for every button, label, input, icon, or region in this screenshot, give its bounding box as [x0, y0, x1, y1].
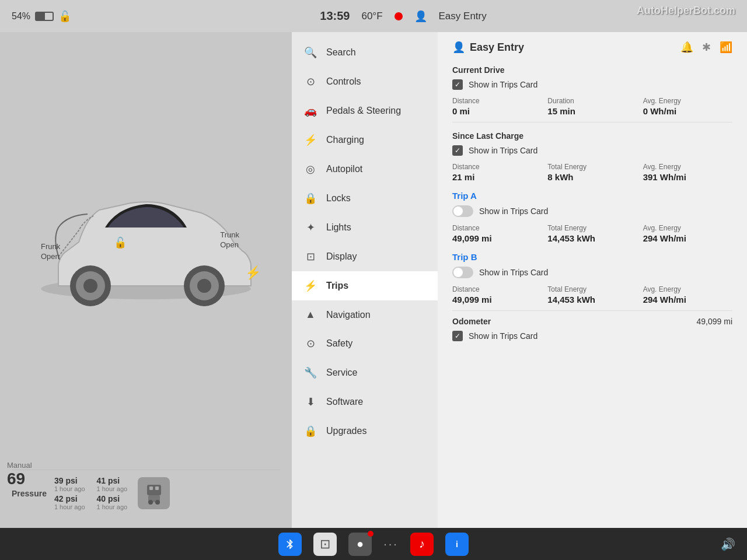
- svg-point-6: [197, 279, 211, 293]
- battery-icon: [35, 12, 54, 21]
- music-taskbar-button[interactable]: ♪: [410, 533, 434, 556]
- current-drive-title: Current Drive: [452, 65, 732, 75]
- trip-b-avg-energy: Avg. Energy 294 Wh/mi: [643, 285, 732, 304]
- since-last-charge-checkbox[interactable]: ✓: [452, 145, 463, 156]
- lights-icon: ✦: [303, 221, 317, 234]
- menu-item-upgrades[interactable]: 🔒 Upgrades: [292, 416, 438, 446]
- current-drive-stats: Distance 0 mi Duration 15 min Avg. Energ…: [452, 97, 732, 116]
- odometer-section: Odometer 49,099 mi ✓ Show in Trips Card: [452, 317, 732, 341]
- current-drive-avg-energy: Avg. Energy 0 Wh/mi: [643, 97, 732, 116]
- menu-item-locks[interactable]: 🔒 Locks: [292, 184, 438, 213]
- watermark: AutoHelperBot.com: [637, 5, 735, 17]
- speaker-icon[interactable]: 🔊: [721, 537, 735, 551]
- trip-b-total-energy: Total Energy 14,453 kWh: [547, 285, 637, 304]
- menu-item-charging[interactable]: ⚡ Charging: [292, 125, 438, 155]
- safety-icon: ⊙: [303, 337, 317, 350]
- divider-1: [452, 122, 732, 123]
- battery-percentage: 54%: [12, 11, 30, 22]
- trip-b-show-label: Show in Trips Card: [479, 268, 548, 277]
- autopilot-icon: ◎: [303, 163, 317, 176]
- tire-rr: 40 psi 1 hour ago: [97, 494, 128, 510]
- trip-b-toggle[interactable]: [452, 267, 473, 278]
- since-last-charge-show-row: ✓ Show in Trips Card: [452, 145, 732, 156]
- since-last-charge-show-label: Show in Trips Card: [469, 146, 537, 155]
- odometer-show-label: Show in Trips Card: [469, 331, 537, 341]
- svg-point-12: [155, 500, 160, 505]
- more-dots[interactable]: ···: [383, 537, 399, 551]
- svg-rect-7: [147, 485, 161, 495]
- trip-b-show-row: Show in Trips Card: [452, 267, 732, 278]
- finder-taskbar-button[interactable]: ⊡: [313, 533, 337, 556]
- charging-icon: ⚡: [303, 134, 317, 146]
- tire-fl: 39 psi 1 hour ago: [54, 476, 85, 492]
- bell-icon[interactable]: 🔔: [680, 41, 693, 54]
- person-icon: 👤: [414, 10, 427, 23]
- controls-icon: ⊙: [303, 75, 317, 88]
- frunk-label: Frunk Open: [41, 242, 60, 262]
- manual-label: Manual 69: [7, 461, 32, 488]
- slc-avg-energy: Avg. Energy 391 Wh/mi: [643, 163, 732, 182]
- person-icon-right: 👤: [452, 41, 465, 54]
- lock-status-icon: 🔓: [58, 10, 71, 23]
- trip-a-avg-energy: Avg. Energy 294 Wh/mi: [643, 224, 732, 243]
- trip-b-title: Trip B: [452, 252, 732, 262]
- trip-a-show-label: Show in Trips Card: [479, 206, 548, 216]
- info-taskbar-button[interactable]: i: [445, 533, 469, 556]
- navigation-icon: ▲: [303, 309, 317, 321]
- trip-a-toggle[interactable]: [452, 205, 473, 217]
- menu-item-trips[interactable]: ⚡ Trips: [292, 271, 438, 300]
- trip-a-section: Trip A Show in Trips Card Distance 49,09…: [452, 191, 732, 243]
- tire-rl: 42 psi 1 hour ago: [54, 494, 85, 510]
- trip-a-total-energy: Total Energy 14,453 kWh: [547, 224, 637, 243]
- odometer-checkbox[interactable]: ✓: [452, 331, 463, 341]
- current-drive-distance: Distance 0 mi: [452, 97, 542, 116]
- header-icons: 🔔 ✱ 📶: [680, 41, 732, 54]
- menu-item-pedals[interactable]: 🚗 Pedals & Steering: [292, 96, 438, 125]
- status-bar-center: 13:59 60°F 👤 Easy Entry: [71, 9, 735, 23]
- tire-fr: 41 psi 1 hour ago: [97, 476, 128, 492]
- camera-taskbar-button[interactable]: ●: [348, 533, 372, 556]
- menu-item-autopilot[interactable]: ◎ Autopilot: [292, 155, 438, 184]
- record-indicator: [395, 12, 403, 20]
- bluetooth-icon[interactable]: ✱: [702, 41, 711, 54]
- profile-name[interactable]: Easy Entry: [439, 10, 487, 22]
- svg-rect-9: [155, 487, 159, 490]
- menu-item-lights[interactable]: ✦ Lights: [292, 213, 438, 242]
- menu-item-display[interactable]: ⊡ Display: [292, 242, 438, 271]
- upgrades-icon: 🔒: [303, 425, 317, 438]
- software-icon: ⬇: [303, 396, 317, 408]
- since-last-charge-stats: Distance 21 mi Total Energy 8 kWh Avg. E…: [452, 163, 732, 182]
- display-icon: ⊡: [303, 250, 317, 263]
- current-drive-duration: Duration 15 min: [547, 97, 637, 116]
- since-last-charge-section: Since Last Charge ✓ Show in Trips Card D…: [452, 131, 732, 182]
- main-content: ⚡ Frunk Open Trunk Open 🔓 Pressure 39 ps…: [0, 32, 747, 528]
- bluetooth-taskbar-button[interactable]: [278, 533, 302, 556]
- right-panel-title: 👤 Easy Entry: [452, 41, 524, 54]
- odometer-show-row: ✓ Show in Trips Card: [452, 331, 732, 341]
- menu-panel: 🔍 Search ⊙ Controls 🚗 Pedals & Steering …: [292, 32, 438, 528]
- car-lock-icon: 🔓: [114, 236, 127, 249]
- menu-item-controls[interactable]: ⊙ Controls: [292, 67, 438, 96]
- current-drive-show-label: Show in Trips Card: [469, 80, 537, 89]
- svg-point-11: [148, 500, 153, 505]
- slc-total-energy: Total Energy 8 kWh: [547, 163, 637, 182]
- current-drive-checkbox[interactable]: ✓: [452, 79, 463, 90]
- trip-a-distance: Distance 49,099 mi: [452, 224, 542, 243]
- menu-item-safety[interactable]: ⊙ Safety: [292, 329, 438, 358]
- right-panel-header: 👤 Easy Entry 🔔 ✱ 📶: [452, 41, 732, 54]
- tire-robot-icon: [138, 477, 170, 509]
- pedals-icon: 🚗: [303, 104, 317, 117]
- menu-item-search[interactable]: 🔍 Search: [292, 38, 438, 67]
- menu-item-software[interactable]: ⬇ Software: [292, 387, 438, 416]
- menu-item-navigation[interactable]: ▲ Navigation: [292, 300, 438, 329]
- right-panel: 👤 Easy Entry 🔔 ✱ 📶 Current Drive ✓ Show …: [438, 32, 747, 528]
- car-area: ⚡ Frunk Open Trunk Open 🔓: [12, 44, 280, 470]
- trip-b-section: Trip B Show in Trips Card Distance 49,09…: [452, 252, 732, 304]
- locks-icon: 🔒: [303, 192, 317, 205]
- temperature-display: 60°F: [361, 10, 382, 22]
- menu-item-service[interactable]: 🔧 Service: [292, 358, 438, 387]
- trip-b-distance: Distance 49,099 mi: [452, 285, 542, 304]
- taskbar: ⊡ ● ··· ♪ i 🔊: [0, 528, 747, 560]
- trip-a-show-row: Show in Trips Card: [452, 205, 732, 217]
- current-drive-show-row: ✓ Show in Trips Card: [452, 79, 732, 90]
